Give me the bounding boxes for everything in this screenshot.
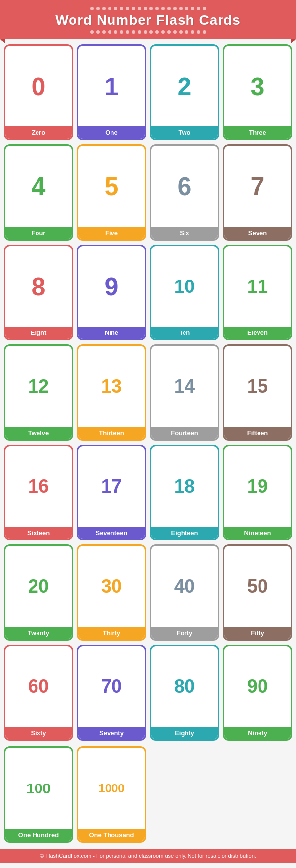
cards-grid-last: 100One Hundred1000One Thousand [0, 746, 296, 846]
flash-card-100: 100One Hundred [4, 746, 73, 842]
flash-card-60: 60Sixty [4, 645, 73, 741]
header-dots-bottom [10, 30, 286, 34]
card-label: Ninety [224, 727, 291, 739]
card-number: 18 [151, 446, 218, 527]
card-label: One [78, 126, 145, 139]
card-label: Nineteen [224, 527, 291, 539]
flash-card-6: 6Six [150, 144, 219, 240]
flash-card-5: 5Five [77, 144, 146, 240]
flash-card-3: 3Three [223, 44, 292, 140]
card-label: One Hundred [5, 829, 72, 841]
card-number: 16 [5, 446, 72, 527]
card-label: Fifteen [224, 427, 291, 439]
card-label: Six [151, 227, 218, 239]
card-number: 0 [5, 46, 72, 126]
flash-card-40: 40Forty [150, 544, 219, 640]
flash-card-7: 7Seven [223, 144, 292, 240]
card-label: Eighteen [151, 527, 218, 539]
flash-card-1: 1One [77, 44, 146, 140]
flash-card-17: 17Seventeen [77, 445, 146, 540]
card-label: Nine [78, 327, 145, 339]
card-number: 9 [78, 246, 145, 327]
card-number: 20 [5, 546, 72, 626]
flash-card-0: 0Zero [4, 44, 73, 140]
card-label: Seven [224, 227, 291, 239]
card-number: 2 [151, 46, 218, 126]
card-number: 100 [5, 748, 72, 828]
flash-card-2: 2Two [150, 44, 219, 140]
card-label: Eight [5, 327, 72, 339]
flash-card-15: 15Fifteen [223, 344, 292, 440]
card-label: Twelve [5, 427, 72, 439]
card-number: 14 [151, 346, 218, 426]
flash-card-14: 14Fourteen [150, 344, 219, 440]
flash-card-90: 90Ninety [223, 645, 292, 741]
card-number: 10 [151, 246, 218, 327]
card-number: 11 [224, 246, 291, 327]
flash-card-11: 11Eleven [223, 245, 292, 340]
card-label: Five [78, 227, 145, 239]
card-label: Forty [151, 627, 218, 639]
flash-card-9: 9Nine [77, 245, 146, 340]
flash-card-20: 20Twenty [4, 544, 73, 640]
card-number: 17 [78, 446, 145, 527]
card-label: Two [151, 126, 218, 139]
card-number: 3 [224, 46, 291, 126]
card-label: Eighty [151, 727, 218, 739]
card-number: 13 [78, 346, 145, 426]
card-number: 8 [5, 246, 72, 327]
card-number: 60 [5, 646, 72, 727]
card-number: 40 [151, 546, 218, 626]
card-label: Fifty [224, 627, 291, 639]
card-number: 4 [5, 146, 72, 226]
card-label: Thirty [78, 627, 145, 639]
card-number: 30 [78, 546, 145, 626]
page-wrapper: Word Number Flash Cards 0Zero1One2Two3Th… [0, 0, 296, 863]
card-label: Sixty [5, 727, 72, 739]
card-number: 1 [78, 46, 145, 126]
card-label: Zero [5, 126, 72, 139]
card-label: One Thousand [78, 829, 145, 841]
card-number: 70 [78, 646, 145, 727]
flash-card-10: 10Ten [150, 245, 219, 340]
header-dots-top [10, 7, 286, 10]
card-number: 80 [151, 646, 218, 727]
footer-text: © FlashCardFox.com - For personal and cl… [40, 853, 256, 859]
footer: © FlashCardFox.com - For personal and cl… [0, 849, 296, 863]
flash-card-16: 16Sixteen [4, 445, 73, 540]
card-label: Three [224, 126, 291, 139]
flash-card-1000: 1000One Thousand [77, 746, 146, 842]
card-number: 12 [5, 346, 72, 426]
card-label: Seventeen [78, 527, 145, 539]
card-label: Seventy [78, 727, 145, 739]
header-banner: Word Number Flash Cards [0, 0, 296, 39]
card-number: 6 [151, 146, 218, 226]
card-number: 90 [224, 646, 291, 727]
flash-card-30: 30Thirty [77, 544, 146, 640]
card-label: Eleven [224, 327, 291, 339]
cards-grid-main: 0Zero1One2Two3Three4Four5Five6Six7Seven8… [0, 39, 296, 746]
flash-card-4: 4Four [4, 144, 73, 240]
page-title: Word Number Flash Cards [10, 12, 286, 28]
flash-card-8: 8Eight [4, 245, 73, 340]
flash-card-13: 13Thirteen [77, 344, 146, 440]
card-number: 1000 [78, 748, 145, 828]
card-label: Fourteen [151, 427, 218, 439]
flash-card-18: 18Eighteen [150, 445, 219, 540]
flash-card-12: 12Twelve [4, 344, 73, 440]
card-label: Twenty [5, 627, 72, 639]
card-number: 7 [224, 146, 291, 226]
card-number: 15 [224, 346, 291, 426]
card-number: 5 [78, 146, 145, 226]
card-number: 50 [224, 546, 291, 626]
card-number: 19 [224, 446, 291, 527]
card-label: Thirteen [78, 427, 145, 439]
card-label: Four [5, 227, 72, 239]
card-label: Sixteen [5, 527, 72, 539]
flash-card-19: 19Nineteen [223, 445, 292, 540]
flash-card-70: 70Seventy [77, 645, 146, 741]
flash-card-80: 80Eighty [150, 645, 219, 741]
card-label: Ten [151, 327, 218, 339]
flash-card-50: 50Fifty [223, 544, 292, 640]
